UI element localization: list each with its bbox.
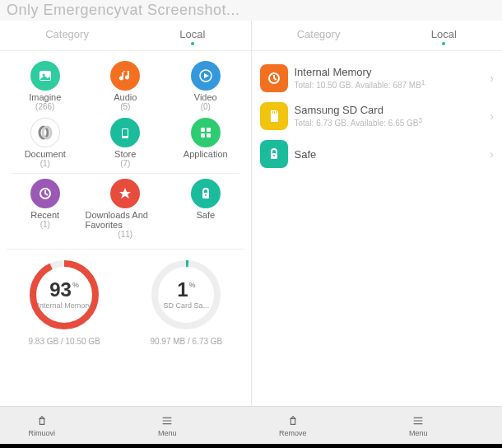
- category-label: Downloads And Favorites: [86, 210, 166, 230]
- lock-icon: [191, 179, 221, 208]
- storage-row[interactable]: Safe ›: [255, 135, 500, 173]
- right-tabs: Category Local: [252, 21, 503, 45]
- store-icon: [110, 118, 140, 147]
- storage-row[interactable]: Internal Memory Total: 10.50 GB. Availab…: [255, 59, 500, 97]
- android-nav-bar: [0, 444, 502, 448]
- clock-icon: [260, 64, 288, 92]
- left-pane: Category Local Imagine (266) Audio (5) V…: [0, 21, 252, 406]
- star-icon: [110, 179, 140, 208]
- category-label: Application: [184, 149, 228, 159]
- left-tabs: Category Local: [0, 21, 251, 45]
- category-count: (1): [40, 159, 50, 168]
- tab-category-left[interactable]: Category: [45, 28, 89, 40]
- category-label: Document: [25, 149, 66, 159]
- music-icon: [110, 61, 140, 91]
- category-label: Safe: [196, 210, 215, 220]
- category-count: (0): [201, 102, 211, 111]
- storage-title: Safe: [295, 148, 490, 161]
- tab-category-right[interactable]: Category: [297, 28, 341, 40]
- category-doc[interactable]: Document (1): [5, 114, 86, 171]
- category-count: (266): [35, 102, 54, 111]
- category-count: (11): [118, 230, 132, 239]
- category-music[interactable]: Audio (5): [86, 58, 166, 114]
- gauge-internal[interactable]: 93%Internal Memory 9.83 GB / 10.50 GB: [3, 258, 125, 346]
- chevron-right-icon: ›: [490, 147, 494, 161]
- category-count: (5): [120, 102, 130, 111]
- category-clock[interactable]: Recent (1): [5, 175, 86, 242]
- apps-icon: [191, 118, 221, 147]
- chevron-right-icon: ›: [490, 72, 494, 85]
- category-apps[interactable]: Application: [165, 114, 246, 171]
- category-label: Imagine: [29, 92, 61, 102]
- gauge-internal-detail: 9.83 GB / 10.50 GB: [28, 337, 100, 346]
- category-image[interactable]: Imagine (266): [5, 58, 86, 114]
- chevron-right-icon: ›: [490, 110, 494, 123]
- remove-button-left[interactable]: Rimuovi: [0, 407, 84, 444]
- category-grid: Imagine (266) Audio (5) Video (0) Docume…: [0, 54, 251, 247]
- sd-icon: [260, 102, 288, 130]
- category-store[interactable]: Store (7): [86, 114, 166, 171]
- menu-button-left[interactable]: Menu: [84, 407, 251, 444]
- gauge-sd-detail: 90.97 MB / 6.73 GB: [150, 337, 222, 346]
- category-count: (1): [40, 220, 50, 229]
- lock-icon: [260, 140, 288, 168]
- category-label: Audio: [114, 92, 137, 102]
- doc-icon: [30, 118, 60, 147]
- category-label: Video: [194, 92, 217, 102]
- play-icon: [191, 61, 221, 91]
- gauge-sdcard[interactable]: 1%SD Card Sa... 90.97 MB / 6.73 GB: [125, 258, 247, 346]
- bottom-toolbar: Rimuovi Menu Remove Menu: [0, 406, 502, 444]
- right-pane: Category Local Internal Memory Total: 10…: [252, 21, 503, 406]
- storage-row[interactable]: Samsung SD Card Total: 6.73 GB. Availabl…: [255, 97, 500, 135]
- category-play[interactable]: Video (0): [165, 58, 246, 114]
- menu-button-right[interactable]: Menu: [335, 407, 502, 444]
- tab-local-right[interactable]: Local: [431, 28, 457, 40]
- storage-title: Internal Memory: [295, 66, 490, 78]
- remove-button-right[interactable]: Remove: [251, 407, 335, 444]
- storage-list: Internal Memory Total: 10.50 GB. Availab…: [252, 54, 503, 178]
- category-count: (7): [120, 159, 130, 168]
- image-icon: [30, 61, 60, 91]
- storage-subtitle: Total: 6.73 GB. Available: 6.65 GB3: [295, 116, 490, 128]
- tab-local-left[interactable]: Local: [179, 28, 205, 40]
- category-lock[interactable]: Safe: [165, 175, 246, 242]
- storage-title: Samsung SD Card: [295, 104, 490, 116]
- category-label: Recent: [30, 210, 59, 220]
- storage-subtitle: Total: 10.50 GB. Available: 687 MB1: [295, 78, 490, 90]
- clock-icon: [30, 179, 60, 208]
- storage-gauges: 93%Internal Memory 9.83 GB / 10.50 GB 1%…: [0, 251, 251, 349]
- category-star[interactable]: Downloads And Favorites (11): [86, 175, 166, 242]
- status-bar: Only Emergencyvat Screenshot...: [0, 0, 502, 21]
- category-label: Store: [114, 149, 136, 159]
